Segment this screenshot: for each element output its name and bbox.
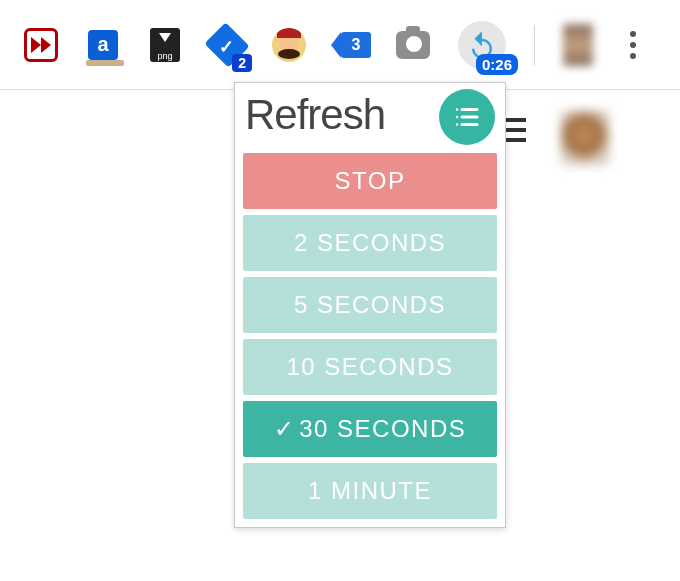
- interval-label: 10 SECONDS: [286, 353, 453, 381]
- interval-option[interactable]: 2 SECONDS: [243, 215, 497, 271]
- refresh-extension-icon[interactable]: 0:26: [458, 21, 506, 69]
- refresh-countdown-badge: 0:26: [476, 54, 518, 75]
- interval-option[interactable]: 1 MINUTE: [243, 463, 497, 519]
- browser-toolbar: a png ✓ 2 3 0:26: [0, 0, 680, 90]
- refresh-popup: Refresh STOP 2 SECONDS5 SECONDS10 SECOND…: [234, 82, 506, 528]
- interval-label: 5 SECONDS: [294, 291, 446, 319]
- interval-label: 2 SECONDS: [294, 229, 446, 257]
- interval-label: 30 SECONDS: [299, 415, 466, 443]
- interval-option[interactable]: 10 SECONDS: [243, 339, 497, 395]
- popup-list-button[interactable]: [439, 89, 495, 145]
- amazon-extension-icon[interactable]: a: [86, 28, 120, 62]
- toolbar-separator: [534, 25, 535, 65]
- page-avatar[interactable]: [560, 110, 610, 166]
- interval-label: 1 MINUTE: [308, 477, 432, 505]
- interval-option[interactable]: 5 SECONDS: [243, 277, 497, 333]
- profile-avatar[interactable]: [563, 24, 593, 66]
- list-icon: [452, 102, 482, 132]
- svg-point-2: [456, 116, 459, 119]
- camera-extension-icon[interactable]: [396, 28, 430, 62]
- inbox-extension-icon[interactable]: ✓ 2: [210, 28, 244, 62]
- tag-extension-icon[interactable]: 3: [334, 28, 368, 62]
- avatar-extension-icon[interactable]: [272, 28, 306, 62]
- png-download-extension-icon[interactable]: png: [148, 28, 182, 62]
- more-menu-icon[interactable]: [621, 31, 645, 59]
- popup-title: Refresh: [245, 91, 385, 139]
- svg-point-0: [456, 108, 459, 111]
- fastforward-extension-icon[interactable]: [24, 28, 58, 62]
- svg-point-4: [456, 123, 459, 126]
- inbox-badge: 2: [232, 54, 252, 72]
- check-icon: ✓: [274, 415, 296, 443]
- hamburger-menu-icon[interactable]: [504, 118, 526, 142]
- interval-option[interactable]: ✓30 SECONDS: [243, 401, 497, 457]
- stop-button[interactable]: STOP: [243, 153, 497, 209]
- popup-header: Refresh: [235, 83, 505, 147]
